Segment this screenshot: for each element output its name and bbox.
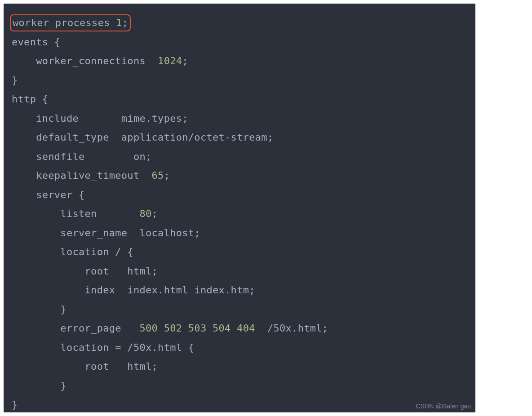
highlight-terminator: ; — [122, 17, 129, 28]
highlight-box: worker_processes 1; — [10, 14, 131, 31]
highlight-value: 1 — [116, 17, 122, 28]
code-block: events { worker_connections 1024; } http… — [12, 13, 467, 415]
highlight-spacing — [110, 17, 116, 28]
highlight-directive: worker_processes — [13, 17, 110, 28]
highlight-content: worker_processes 1; — [13, 17, 128, 28]
watermark: CSDN @Galen gao — [416, 403, 471, 410]
code-panel: worker_processes 1; events { worker_conn… — [4, 4, 475, 412]
